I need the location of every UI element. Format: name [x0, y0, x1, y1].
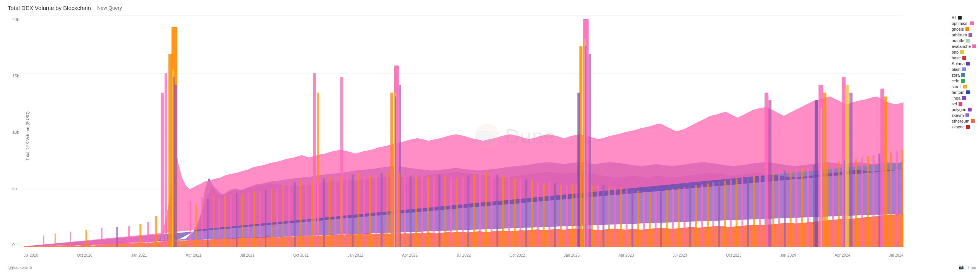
svg-rect-126 [695, 185, 697, 247]
legend-item[interactable]: ethereum [952, 119, 976, 123]
legend-item[interactable]: zkevm [952, 113, 976, 118]
new-query-button[interactable]: New Query [97, 5, 122, 11]
legend-color-swatch [970, 21, 974, 25]
legend-item[interactable]: linea [952, 96, 976, 100]
x-tick: Oct 2021 [293, 253, 309, 257]
legend-color-swatch [966, 125, 970, 129]
svg-rect-31 [55, 234, 56, 247]
legend-item[interactable]: optimism [952, 21, 976, 26]
legend-item[interactable]: celo [952, 79, 976, 83]
legend-item-label: base [952, 56, 961, 60]
legend-color-swatch [961, 79, 965, 83]
svg-rect-37 [139, 224, 141, 247]
legend-item[interactable]: avalanche [952, 44, 976, 49]
svg-rect-61 [311, 181, 313, 247]
legend-color-swatch [959, 102, 962, 106]
x-tick: Jan 2021 [131, 253, 147, 257]
y-tick-10b: 10b [12, 130, 19, 134]
svg-rect-148 [838, 161, 840, 247]
svg-rect-15 [589, 54, 591, 247]
x-tick: Jul 2021 [240, 253, 255, 257]
legend-item-label: bnb [952, 50, 959, 54]
svg-rect-153 [872, 155, 874, 247]
legend-item[interactable]: scroll [952, 84, 976, 89]
svg-rect-53 [265, 190, 266, 247]
legend-item[interactable]: sei [952, 102, 976, 106]
svg-rect-127 [701, 185, 703, 247]
svg-rect-46 [224, 196, 226, 247]
legend-color-swatch [965, 27, 969, 31]
svg-rect-51 [253, 191, 255, 247]
svg-rect-157 [902, 150, 903, 247]
svg-rect-121 [666, 190, 668, 247]
legend-item[interactable]: Solana [952, 61, 976, 66]
svg-rect-21 [768, 100, 771, 247]
svg-rect-150 [855, 159, 857, 247]
legend-item[interactable]: polygon [952, 107, 976, 112]
legend-item-label: polygon [952, 107, 967, 112]
svg-rect-96 [514, 178, 516, 247]
svg-rect-111 [608, 186, 610, 247]
svg-rect-45 [219, 197, 220, 247]
x-tick: Apr 2023 [618, 253, 634, 257]
legend-item[interactable]: blast [952, 67, 976, 72]
legend-item[interactable]: zksync [952, 125, 976, 129]
svg-rect-124 [684, 187, 686, 247]
svg-rect-81 [427, 177, 429, 247]
legend-color-swatch [966, 39, 970, 43]
legend-color-swatch [960, 50, 964, 54]
legend-item[interactable]: fantom [952, 90, 976, 95]
svg-rect-73 [381, 173, 382, 247]
svg-rect-125 [689, 186, 691, 247]
svg-rect-44 [213, 195, 214, 247]
svg-rect-147 [832, 163, 834, 247]
legend-item-label: fantom [952, 90, 965, 95]
legend-item[interactable]: gnosis [952, 27, 976, 31]
svg-rect-114 [626, 189, 627, 247]
svg-rect-76 [398, 173, 400, 247]
svg-rect-75 [392, 174, 394, 247]
svg-rect-113 [620, 188, 622, 247]
y-tick-20b: 20b [12, 17, 19, 22]
svg-rect-59 [300, 181, 302, 247]
legend-item[interactable]: zora [952, 73, 976, 77]
svg-rect-17 [313, 73, 316, 247]
svg-rect-69 [358, 173, 359, 247]
svg-rect-83 [438, 174, 440, 247]
svg-rect-74 [386, 172, 388, 247]
x-tick: Jan 2024 [780, 253, 796, 257]
svg-rect-6 [161, 93, 164, 247]
svg-rect-129 [712, 182, 714, 247]
svg-rect-163 [173, 77, 175, 247]
legend-item[interactable]: mantle [952, 38, 976, 43]
x-tick: Oct 2022 [510, 253, 525, 257]
svg-rect-42 [201, 197, 203, 247]
svg-rect-54 [271, 188, 272, 247]
svg-rect-106 [572, 185, 573, 247]
svg-rect-103 [554, 184, 556, 247]
legend-item[interactable]: base [952, 56, 976, 60]
svg-rect-92 [491, 173, 493, 247]
svg-rect-41 [196, 205, 197, 247]
legend-color-swatch [962, 96, 966, 100]
legend-color-swatch [958, 16, 962, 20]
svg-rect-16 [577, 93, 580, 247]
svg-rect-55 [276, 187, 278, 247]
svg-rect-144 [807, 167, 809, 247]
svg-rect-146 [826, 164, 828, 247]
svg-rect-82 [433, 175, 434, 247]
footer-user: @jhackworth [8, 265, 32, 270]
svg-rect-105 [566, 185, 568, 247]
legend-item[interactable]: arbitrum [952, 33, 976, 37]
legend-item-label: sei [952, 102, 957, 106]
svg-rect-9 [174, 85, 177, 247]
svg-rect-164 [395, 97, 396, 247]
svg-rect-143 [801, 168, 803, 247]
legend-item[interactable]: bnb [952, 50, 976, 54]
svg-rect-97 [519, 179, 521, 247]
svg-rect-128 [707, 184, 709, 247]
svg-rect-155 [890, 152, 892, 247]
legend-item-label: Solana [952, 61, 965, 66]
legend-item[interactable]: All [952, 15, 976, 20]
svg-rect-101 [543, 184, 545, 247]
